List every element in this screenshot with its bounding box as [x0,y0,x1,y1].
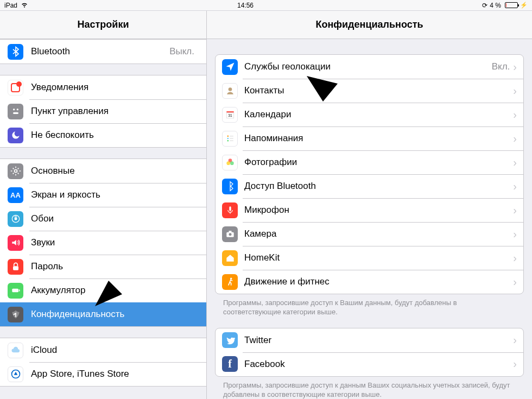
privacy-item-photos[interactable]: Фотографии › [216,150,523,174]
label: Bluetooth [31,46,169,57]
battery-text: 4 % [490,2,501,9]
icloud-icon [8,343,23,358]
svg-rect-7 [12,289,18,293]
camera-icon [222,226,238,242]
label: Уведомления [31,82,198,93]
privacy-item-facebook[interactable]: f Facebook › [216,352,523,376]
sidebar-item-sounds[interactable]: Звуки [0,231,206,255]
privacy-item-calendars[interactable]: 31 Календари › [216,103,523,126]
label: Контакты [244,85,513,96]
wallpaper-icon [8,211,23,227]
privacy-item-twitter[interactable]: Twitter › [216,328,523,352]
label: Пароль [31,261,198,272]
sidebar-item-icloud[interactable]: iCloud [0,338,206,362]
status-bar: iPad 14:56 ⟳ 4 % ⚡ [0,0,532,11]
sidebar-item-bluetooth[interactable]: Bluetooth Выкл. [0,40,206,64]
detail-title: Конфиденциальность [207,11,532,39]
notifications-icon [8,80,23,96]
passcode-icon [8,259,23,275]
calendar-icon: 31 [222,107,238,123]
clock: 14:56 [28,2,463,9]
svg-point-1 [16,109,18,110]
privacy-item-homekit[interactable]: HomeKit › [216,246,523,270]
svg-point-16 [227,140,229,142]
svg-point-22 [230,161,234,165]
privacy-item-reminders[interactable]: Напоминания › [216,126,523,150]
sidebar-item-privacy[interactable]: Конфиденциальность [0,302,206,326]
chevron-icon: › [513,276,517,288]
dnd-icon [8,128,23,143]
label: Facebook [244,359,513,370]
mic-icon [222,202,238,218]
privacy-item-bluetooth[interactable]: Доступ Bluetooth › [216,174,523,198]
chevron-icon: › [513,358,517,370]
chevron-icon: › [513,85,517,97]
label: Движение и фитнес [244,276,513,287]
privacy-item-microphone[interactable]: Микрофон › [216,198,523,222]
battery-icon [503,2,518,8]
svg-rect-26 [229,231,231,232]
label: Камера [244,229,513,239]
sidebar-item-general[interactable]: Основные [0,159,206,183]
homekit-icon [222,250,238,266]
sidebar-item-notifications[interactable]: Уведомления [0,75,206,99]
label: Доступ Bluetooth [244,181,513,192]
label: App Store, iTunes Store [31,369,198,379]
label: Фотографии [244,157,513,168]
motion-icon [222,274,238,290]
svg-rect-6 [13,266,18,270]
photos-icon [222,155,238,170]
footer-text-2: Программы, запросившие доступ к данным В… [207,377,532,399]
orientation-lock-icon: ⟳ [482,2,487,9]
label: Не беспокоить [31,130,198,141]
label: Конфиденциальность [31,309,198,320]
sidebar-item-passcode[interactable]: Пароль [0,255,206,278]
facebook-icon: f [222,356,238,372]
svg-point-15 [227,138,229,140]
sidebar-item-dnd[interactable]: Не беспокоить [0,123,206,147]
label: HomeKit [244,252,513,263]
sidebar-title: Настройки [0,11,206,39]
label: Аккумулятор [31,285,198,296]
footer-text-1: Программы, запросившие доступ к Вашим да… [207,294,532,317]
chevron-icon: › [513,334,517,346]
appstore-icon [8,366,23,382]
chevron-icon: › [513,180,517,193]
sidebar-item-controlcenter[interactable]: Пункт управления [0,99,206,123]
battery-icon [8,283,23,299]
label: Календари [244,109,513,120]
sidebar-item-appstore[interactable]: App Store, iTunes Store [0,362,206,386]
bluetooth-share-icon [222,179,238,194]
bluetooth-icon [8,44,23,60]
chevron-icon: › [513,132,517,145]
label: Twitter [244,335,513,346]
label: Обои [31,213,198,224]
svg-point-25 [229,233,231,236]
label: Экран и яркость [31,189,198,200]
svg-point-3 [14,170,17,173]
svg-rect-8 [18,289,20,291]
privacy-item-camera[interactable]: Камера › [216,222,523,246]
twitter-icon [222,332,238,348]
device-label: iPad [4,2,17,9]
sounds-icon [8,235,23,251]
label: Звуки [31,237,198,248]
chevron-icon: › [513,61,517,73]
svg-point-0 [13,109,15,110]
privacy-item-motion[interactable]: Движение и фитнес › [216,270,523,294]
display-icon: AA [8,187,23,203]
privacy-item-location[interactable]: Службы геолокации Вкл. › [216,55,523,79]
chevron-icon: › [513,228,517,240]
controlcenter-icon [8,104,23,119]
sidebar-item-battery[interactable]: Аккумулятор [0,278,206,302]
sidebar-item-display[interactable]: AA Экран и яркость [0,183,206,207]
sidebar-item-wallpaper[interactable]: Обои [0,207,206,231]
svg-point-10 [228,87,232,91]
svg-point-27 [230,278,232,280]
label: Службы геолокации [244,61,492,72]
label: Напоминания [244,133,513,144]
chevron-icon: › [513,204,517,217]
location-icon [222,59,238,75]
privacy-item-contacts[interactable]: Контакты › [216,79,523,103]
label: Микрофон [244,205,513,216]
